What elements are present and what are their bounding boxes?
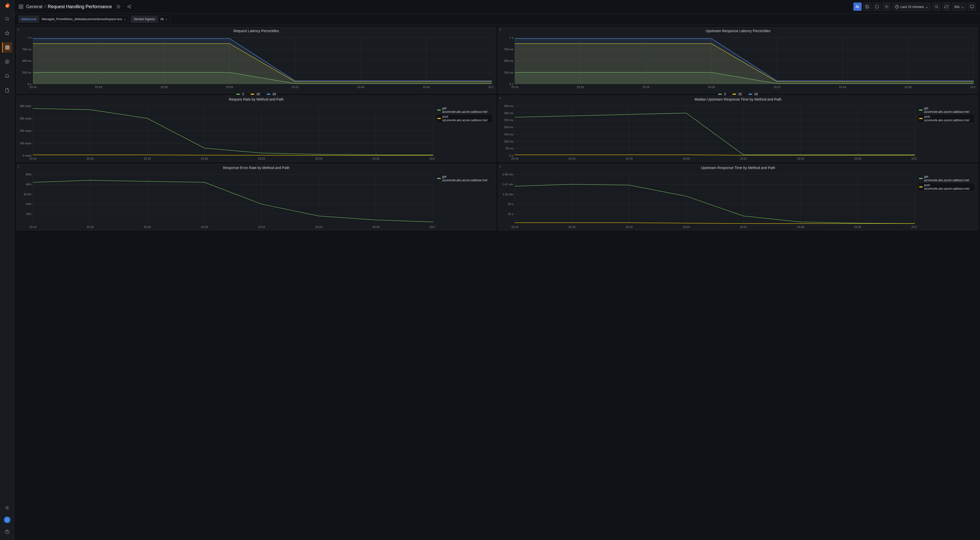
page-title[interactable]: Request Handling Performance bbox=[48, 4, 112, 10]
legend-item[interactable]: get azurevote.aks.azure.sabbour.me/ bbox=[918, 106, 975, 114]
refresh-interval-picker[interactable]: 30s⌄ bbox=[952, 3, 966, 11]
svg-text:200 ms: 200 ms bbox=[504, 126, 514, 129]
svg-point-14 bbox=[127, 6, 129, 7]
svg-text:23:14: 23:14 bbox=[511, 86, 518, 89]
legend-item[interactable]: post azurevote.aks.azure.sabbour.me/ bbox=[918, 114, 975, 123]
panel-info-icon[interactable]: i bbox=[500, 28, 501, 31]
svg-text:23:26: 23:26 bbox=[423, 86, 430, 89]
svg-text:23:18: 23:18 bbox=[161, 86, 168, 89]
pages-icon[interactable] bbox=[2, 85, 12, 96]
svg-point-17 bbox=[886, 6, 887, 7]
time-range-label: Last 15 minutes bbox=[900, 5, 924, 9]
dashboard-icon bbox=[18, 4, 24, 9]
panel-info-icon[interactable]: i bbox=[500, 97, 501, 100]
svg-text:20%: 20% bbox=[26, 202, 32, 205]
svg-text:1 s: 1 s bbox=[509, 36, 513, 39]
add-panel-button[interactable] bbox=[853, 3, 862, 11]
svg-rect-10 bbox=[21, 5, 23, 6]
svg-text:30.0%: 30.0% bbox=[24, 193, 32, 196]
svg-text:23:20: 23:20 bbox=[201, 225, 208, 228]
svg-text:23:22: 23:22 bbox=[258, 225, 265, 228]
dashboards-icon[interactable] bbox=[2, 42, 12, 53]
svg-text:23:16: 23:16 bbox=[568, 157, 576, 160]
panel-median-upstream[interactable]: i Median Upstream Response Time by Metho… bbox=[498, 96, 978, 162]
panel-title: Upstream Response Latency Percentiles bbox=[498, 27, 978, 35]
var-ingress-select[interactable]: All⌄ bbox=[158, 16, 170, 23]
chevron-down-icon: ⌄ bbox=[165, 18, 168, 21]
panel-upstream-time[interactable]: i Upstream Response Time by Method and P… bbox=[498, 164, 978, 230]
svg-point-1 bbox=[6, 18, 8, 20]
legend-label: post azurevote.aks.azure.sabbour.me/ bbox=[924, 115, 974, 122]
save-icon[interactable] bbox=[863, 3, 871, 11]
help-icon[interactable] bbox=[2, 527, 12, 537]
var-datasource-select[interactable]: Managed_Prometheus_defaultazuremonitorwo… bbox=[39, 16, 129, 23]
panel-request-rate[interactable]: Request Rate by Method and Path 0 req/s1… bbox=[16, 96, 496, 162]
svg-text:1 s: 1 s bbox=[27, 36, 32, 39]
legend-item[interactable]: get azurevote.aks.azure.sabbour.me/ bbox=[436, 174, 493, 183]
svg-text:2.08 min: 2.08 min bbox=[503, 173, 513, 176]
user-avatar[interactable] bbox=[4, 516, 11, 523]
svg-point-7 bbox=[6, 507, 8, 508]
legend-item[interactable]: post azurevote.aks.azure.sabbour.me/ bbox=[436, 114, 493, 123]
share-icon[interactable] bbox=[125, 3, 133, 11]
svg-text:500 ms: 500 ms bbox=[504, 59, 514, 62]
svg-point-15 bbox=[130, 7, 130, 8]
panel-info-icon[interactable]: i bbox=[18, 165, 19, 168]
chart-svg: 25 s50 s1.25 min1.67 min2.08 min23:1423:… bbox=[500, 172, 917, 229]
svg-text:23:18: 23:18 bbox=[625, 225, 633, 228]
svg-rect-4 bbox=[6, 48, 7, 49]
chevron-down-icon: ⌄ bbox=[925, 5, 928, 9]
alert-icon[interactable] bbox=[2, 71, 12, 81]
svg-text:23:18: 23:18 bbox=[625, 157, 633, 160]
legend-label: get azurevote.aks.azure.sabbour.me/ bbox=[442, 175, 492, 182]
svg-text:23:14: 23:14 bbox=[511, 157, 518, 160]
grafana-logo-icon[interactable] bbox=[3, 3, 11, 10]
refresh-icon[interactable] bbox=[942, 3, 950, 11]
legend-label: post azurevote.aks.azure.sabbour.me/ bbox=[924, 183, 974, 191]
svg-text:23:20: 23:20 bbox=[708, 86, 715, 89]
svg-text:23:14: 23:14 bbox=[29, 157, 37, 160]
legend-item[interactable]: get azurevote.aks.azure.sabbour.me/ bbox=[436, 106, 493, 114]
panel-title: Request Latency Percentiles bbox=[17, 27, 496, 35]
svg-text:23:26: 23:26 bbox=[904, 86, 912, 89]
svg-point-6 bbox=[5, 60, 9, 64]
svg-text:250 ms: 250 ms bbox=[22, 71, 32, 74]
sidebar-expand-icon[interactable]: › bbox=[11, 12, 15, 16]
time-range-picker[interactable]: Last 15 minutes⌄ bbox=[892, 3, 931, 11]
explore-icon[interactable] bbox=[2, 57, 12, 67]
settings-icon[interactable] bbox=[883, 3, 891, 11]
tv-mode-icon[interactable] bbox=[968, 3, 976, 11]
svg-text:250 ms: 250 ms bbox=[504, 71, 514, 74]
legend-label: get azurevote.aks.azure.sabbour.me/ bbox=[924, 175, 974, 182]
breadcrumb-folder[interactable]: General bbox=[26, 4, 42, 10]
svg-text:23:26: 23:26 bbox=[372, 157, 380, 160]
svg-text:23:14: 23:14 bbox=[29, 86, 37, 89]
refresh-interval-label: 30s bbox=[954, 5, 959, 9]
svg-text:23:28: 23:28 bbox=[488, 86, 494, 89]
svg-text:23:16: 23:16 bbox=[95, 86, 102, 89]
svg-text:23:24: 23:24 bbox=[315, 225, 322, 228]
svg-text:750 ms: 750 ms bbox=[504, 48, 514, 51]
svg-text:0 s: 0 s bbox=[27, 83, 32, 86]
svg-text:0 s: 0 s bbox=[509, 154, 513, 157]
chevron-down-icon: ⌄ bbox=[961, 5, 964, 9]
svg-text:250 ms: 250 ms bbox=[504, 118, 514, 121]
star-icon[interactable] bbox=[2, 28, 12, 38]
svg-text:400 req/s: 400 req/s bbox=[20, 104, 32, 107]
panel-grid: i Request Latency Percentiles 0 s250 ms5… bbox=[14, 25, 980, 540]
gear-icon[interactable] bbox=[2, 503, 12, 513]
panel-info-icon[interactable]: i bbox=[18, 28, 19, 31]
svg-text:23:28: 23:28 bbox=[970, 86, 976, 89]
star-dashboard-icon[interactable] bbox=[115, 3, 123, 11]
info-icon[interactable] bbox=[873, 3, 881, 11]
panel-request-latency[interactable]: i Request Latency Percentiles 0 s250 ms5… bbox=[16, 27, 496, 94]
legend-item[interactable]: get azurevote.aks.azure.sabbour.me/ bbox=[918, 174, 975, 183]
zoom-out-icon[interactable] bbox=[932, 3, 941, 11]
search-icon[interactable] bbox=[2, 14, 12, 24]
panel-error-rate[interactable]: i Response Error Rate by Method and Path… bbox=[16, 164, 496, 230]
legend-item[interactable]: post azurevote.aks.azure.sabbour.me/ bbox=[918, 183, 975, 191]
panel-upstream-latency[interactable]: i Upstream Response Latency Percentiles … bbox=[498, 27, 978, 94]
panel-info-icon[interactable]: i bbox=[500, 165, 501, 168]
svg-text:750 ms: 750 ms bbox=[22, 48, 32, 51]
var-ingress-label: Service Ingress bbox=[131, 16, 158, 23]
